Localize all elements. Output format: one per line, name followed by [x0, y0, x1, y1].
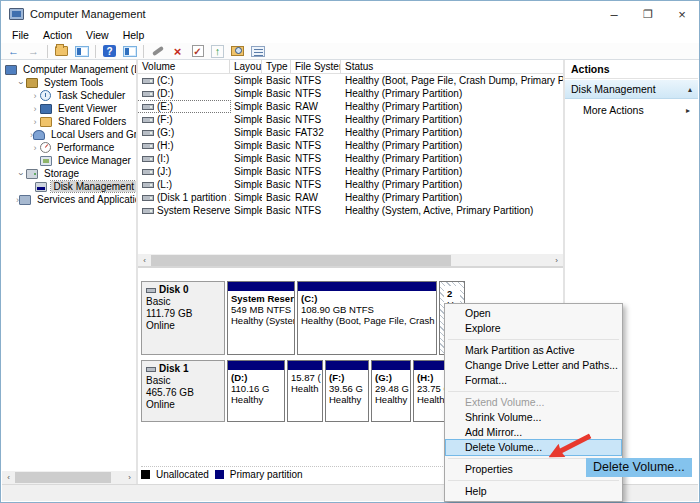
column-header-file-system[interactable]: File System: [291, 60, 341, 73]
partition-c[interactable]: (C:) 108.90 GB NTFS Healthy (Boot, Page …: [297, 281, 437, 355]
tree-item-shared-folders[interactable]: › Shared Folders: [2, 115, 136, 128]
toolbar: ← → ? × ✓ ↑: [1, 43, 699, 60]
chevron-down-icon[interactable]: ›: [16, 78, 26, 88]
volume-row[interactable]: (H:) Simple Basic NTFS Healthy (Primary …: [138, 139, 563, 152]
partition-size: 549 MB NTFS: [231, 304, 291, 315]
task-scheduler-icon: [40, 90, 51, 101]
volume-row[interactable]: (D:) Simple Basic NTFS Healthy (Primary …: [138, 87, 563, 100]
column-header-layout[interactable]: Layout: [230, 60, 262, 73]
menu-item-change-drive-letter[interactable]: Change Drive Letter and Paths...: [446, 358, 621, 373]
collapse-up-icon[interactable]: ▴: [688, 85, 692, 94]
help-icon[interactable]: ?: [101, 44, 118, 59]
menu-item-help[interactable]: Help: [446, 484, 621, 499]
action-pane-toggle-icon[interactable]: [121, 44, 138, 59]
delete-icon[interactable]: ×: [169, 44, 186, 59]
scroll-left-icon[interactable]: ‹: [2, 471, 15, 484]
chevron-right-icon[interactable]: ›: [30, 104, 40, 114]
tree-item-event-viewer[interactable]: › Event Viewer: [2, 102, 136, 115]
chevron-right-icon[interactable]: ›: [30, 91, 40, 101]
checklist-icon[interactable]: ✓: [189, 44, 206, 59]
volume-row[interactable]: (L:) Simple Basic NTFS Healthy (Primary …: [138, 178, 563, 191]
scrollbar-thumb[interactable]: [151, 255, 451, 266]
actions-group-disk-management[interactable]: Disk Management ▴: [565, 79, 698, 99]
scroll-left-icon[interactable]: ‹: [138, 254, 151, 267]
menu-item-shrink-volume[interactable]: Shrink Volume...: [446, 410, 621, 425]
close-button[interactable]: ×: [665, 1, 699, 27]
maximize-button[interactable]: ❐: [631, 1, 665, 27]
disk-name: Disk 0: [159, 284, 188, 296]
chevron-down-icon[interactable]: ›: [16, 169, 26, 179]
menu-item-delete-volume[interactable]: Delete Volume...: [446, 440, 621, 455]
scroll-right-icon[interactable]: ›: [123, 471, 136, 484]
type-cell: Basic: [262, 127, 291, 138]
volume-cell: System Reserved (K:): [157, 205, 230, 216]
volume-row[interactable]: (J:) Simple Basic NTFS Healthy (Primary …: [138, 165, 563, 178]
tree-item-services-applications[interactable]: › Services and Applications: [2, 193, 136, 206]
volume-row[interactable]: (G:) Simple Basic FAT32 Healthy (Primary…: [138, 126, 563, 139]
chevron-right-icon[interactable]: ›: [30, 143, 40, 153]
menu-item-explore[interactable]: Explore: [446, 321, 621, 336]
column-header-status[interactable]: Status: [341, 60, 563, 73]
layout-cell: Simple: [230, 127, 262, 138]
scroll-right-icon[interactable]: ›: [550, 254, 563, 267]
tree-item-storage[interactable]: › Storage: [2, 167, 136, 180]
volume-cell: (Disk 1 partition 2): [157, 192, 230, 203]
partition-system-reserved[interactable]: System Reserve 549 MB NTFS Healthy (Syst…: [227, 281, 295, 355]
volume-list-scrollbar[interactable]: ‹ ›: [138, 254, 563, 268]
menu-item-open[interactable]: Open: [446, 306, 621, 321]
menu-item-format[interactable]: Format...: [446, 373, 621, 388]
event-viewer-icon: [40, 104, 52, 114]
partition-d[interactable]: (D:) 110.16 G Healthy: [227, 360, 285, 422]
menu-view[interactable]: View: [79, 28, 116, 42]
status-cell: Healthy (Primary Partition): [341, 88, 563, 99]
volume-row[interactable]: (C:) Simple Basic NTFS Healthy (Boot, Pa…: [138, 74, 563, 87]
layout-cell: Simple: [230, 205, 262, 216]
computer-management-window: Computer Management – ❐ × File Action Vi…: [0, 0, 700, 503]
tree-item-device-manager[interactable]: Device Manager: [2, 154, 136, 167]
disk-0-label[interactable]: Disk 0 Basic 111.79 GB Online: [141, 281, 225, 355]
tree-item-disk-management[interactable]: Disk Management: [2, 180, 136, 193]
partition-g[interactable]: (G:) 29.48 G Healthy: [371, 360, 411, 422]
menu-item-add-mirror[interactable]: Add Mirror...: [446, 425, 621, 440]
chevron-right-icon[interactable]: ›: [30, 117, 40, 127]
menu-action[interactable]: Action: [36, 28, 79, 42]
volume-cell: (L:): [157, 179, 172, 190]
volume-row[interactable]: (I:) Simple Basic NTFS Healthy (Primary …: [138, 152, 563, 165]
partition-f[interactable]: (F:) 39.56 G Healthy: [325, 360, 369, 422]
more-actions-item[interactable]: More Actions ▸: [565, 99, 698, 116]
column-header-volume[interactable]: Volume: [138, 60, 230, 73]
back-icon[interactable]: ←: [5, 44, 22, 59]
tree-item-performance[interactable]: › Performance: [2, 141, 136, 154]
disk-1-label[interactable]: Disk 1 Basic 465.76 GB Online: [141, 360, 225, 422]
volume-row[interactable]: (F:) Simple Basic NTFS Healthy (Primary …: [138, 113, 563, 126]
tree-item-system-tools[interactable]: › System Tools: [2, 76, 136, 89]
partition-unnamed[interactable]: 15.87 ( Health: [287, 360, 323, 422]
volume-row[interactable]: (Disk 1 partition 2) Simple Basic RAW He…: [138, 191, 563, 204]
volume-row[interactable]: (E:) Simple Basic RAW Healthy (Primary P…: [138, 100, 563, 113]
fs-cell: RAW: [291, 101, 341, 112]
partition-color-bar: [372, 361, 410, 370]
primary-partition-swatch: [215, 470, 224, 479]
tree-item-local-users-groups[interactable]: › Local Users and Groups: [2, 128, 136, 141]
export-folder-icon[interactable]: [53, 44, 70, 59]
partition-color-bar: [326, 361, 368, 370]
volume-row[interactable]: System Reserved (K:) Simple Basic NTFS H…: [138, 204, 563, 217]
scrollbar-thumb[interactable]: [15, 472, 111, 483]
menu-help[interactable]: Help: [116, 28, 152, 42]
wrench-icon[interactable]: [149, 44, 166, 59]
minimize-button[interactable]: –: [597, 1, 631, 27]
column-header-type[interactable]: Type: [262, 60, 291, 73]
submenu-right-icon[interactable]: ▸: [686, 106, 690, 115]
properties-icon[interactable]: [249, 44, 266, 59]
menu-item-mark-partition-active[interactable]: Mark Partition as Active: [446, 343, 621, 358]
volume-icon: [142, 182, 154, 188]
tree-item-computer-management[interactable]: Computer Management (Local: [2, 63, 136, 76]
console-tree-toggle-icon[interactable]: [73, 44, 90, 59]
tree-horizontal-scrollbar[interactable]: ‹ ›: [2, 471, 136, 484]
up-arrow-icon[interactable]: ↑: [209, 44, 226, 59]
menu-file[interactable]: File: [5, 28, 36, 42]
tree-item-task-scheduler[interactable]: › Task Scheduler: [2, 89, 136, 102]
search-folder-icon[interactable]: [229, 44, 246, 59]
partition-color-bar: [228, 282, 294, 291]
forward-icon[interactable]: →: [25, 44, 42, 59]
